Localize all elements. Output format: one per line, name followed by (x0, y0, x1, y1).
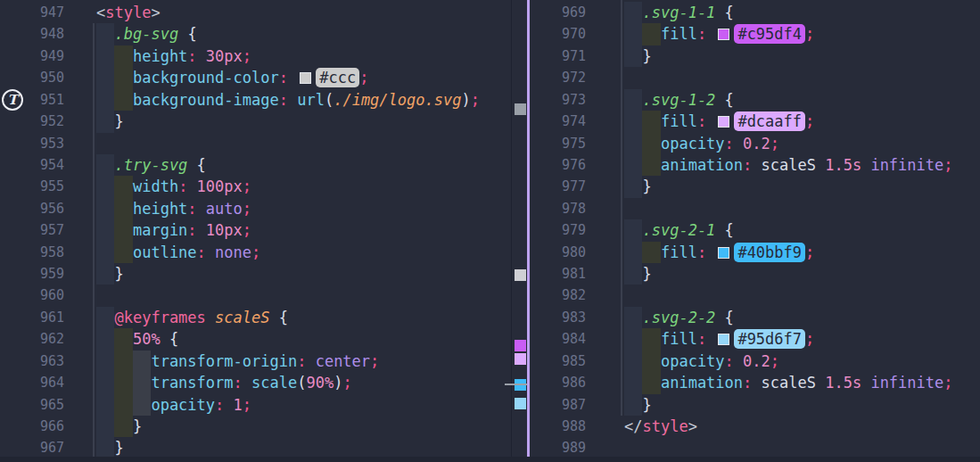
code-line[interactable]: 966} (0, 416, 512, 437)
editor-pane-right[interactable]: 969.svg-1-1 {970fill: #c95df4;971}972973… (530, 0, 980, 462)
line-number[interactable]: 980 (530, 242, 586, 263)
line-number[interactable]: 983 (530, 307, 586, 328)
line-number[interactable]: 960 (0, 285, 64, 306)
line-number[interactable]: 973 (530, 89, 586, 111)
line-number[interactable]: 963 (0, 351, 64, 372)
line-number[interactable]: 957 (0, 219, 64, 241)
code-line[interactable]: 951background-image: url(./img/logo.svg)… (0, 89, 512, 111)
code-line[interactable]: 949height: 30px; (0, 45, 512, 67)
overview-ruler[interactable] (512, 0, 527, 462)
line-number[interactable]: 971 (530, 45, 586, 67)
line-number[interactable]: 981 (530, 263, 586, 285)
line-number[interactable]: 955 (0, 176, 64, 197)
line-number[interactable]: 954 (0, 154, 64, 176)
line-number[interactable]: 949 (0, 45, 64, 67)
code-line[interactable]: 974fill: #dcaaff; (530, 111, 980, 132)
code-line[interactable]: 985opacity: 0.2; (530, 351, 980, 372)
line-number[interactable]: 974 (530, 111, 586, 132)
code-line[interactable]: 955width: 100px; (0, 176, 512, 197)
code-token: } (133, 417, 142, 435)
code-line[interactable]: 970fill: #c95df4; (530, 23, 980, 45)
color-swatch[interactable] (718, 334, 729, 345)
code-line[interactable]: 948.bg-svg { (0, 23, 512, 45)
editor-pane-left[interactable]: 947<style>948.bg-svg {949height: 30px;95… (0, 0, 512, 462)
code-line[interactable]: 96250% { (0, 328, 512, 350)
line-number[interactable]: 961 (0, 307, 64, 328)
color-swatch[interactable] (718, 116, 729, 128)
code-line[interactable]: 988</style> (530, 416, 980, 437)
indent-guide-block (96, 416, 114, 437)
code-line[interactable]: 960 (0, 285, 512, 306)
code-line[interactable]: 983.svg-2-2 { (530, 307, 980, 328)
line-number[interactable]: 984 (530, 328, 586, 350)
code-line[interactable]: 952} (0, 111, 512, 132)
code-line[interactable]: 971} (530, 45, 980, 67)
code-line[interactable]: 977} (530, 176, 980, 197)
code-token: 1.5s (816, 156, 861, 174)
line-number[interactable]: 959 (0, 263, 64, 285)
code-line[interactable]: 982 (530, 285, 980, 306)
ruler-color-mark (515, 103, 526, 115)
line-number[interactable]: 962 (0, 328, 64, 350)
indent-guide-block (114, 89, 132, 111)
line-number[interactable]: 986 (530, 372, 586, 393)
code-line[interactable]: 947<style> (0, 2, 512, 23)
code-line[interactable]: 979.svg-2-1 { (530, 219, 980, 241)
line-number[interactable]: 988 (530, 416, 586, 437)
line-number[interactable]: 947 (0, 2, 64, 23)
line-number[interactable]: 979 (530, 219, 586, 241)
code-line[interactable]: 987} (530, 394, 980, 416)
line-number[interactable]: 952 (0, 111, 64, 132)
line-number[interactable]: 966 (0, 416, 64, 437)
line-number[interactable]: 977 (530, 176, 586, 197)
color-swatch[interactable] (718, 29, 729, 40)
line-number[interactable]: 985 (530, 351, 586, 372)
indent-guide-block (133, 394, 151, 416)
code-line[interactable]: 964transform: scale(90%); (0, 372, 512, 393)
indent-guide-block (114, 45, 132, 67)
code-line[interactable]: 976animation: scaleS 1.5s infinite; (530, 154, 980, 176)
code-line[interactable]: 950background-color: #ccc; (0, 67, 512, 88)
code-line[interactable]: 984fill: #95d6f7; (530, 328, 980, 350)
code-line[interactable]: 954.try-svg { (0, 154, 512, 176)
line-number[interactable]: 956 (0, 198, 64, 219)
code-line[interactable]: 972 (530, 67, 980, 88)
code-token: 10px (197, 221, 243, 239)
code-line[interactable]: 958outline: none; (0, 242, 512, 263)
code-line[interactable]: 965opacity: 1; (0, 394, 512, 416)
code-content: } (586, 176, 652, 197)
code-token: : (697, 25, 706, 43)
line-number[interactable]: 969 (530, 2, 586, 23)
bookmark-icon[interactable]: T (2, 89, 23, 111)
line-number[interactable]: 965 (0, 394, 64, 416)
line-number[interactable]: 950 (0, 67, 64, 88)
line-number[interactable]: 972 (530, 67, 586, 88)
code-line[interactable]: 961@keyframes scaleS { (0, 307, 512, 328)
code-line[interactable]: 981} (530, 263, 980, 285)
code-line[interactable]: 973.svg-1-2 { (530, 89, 980, 111)
line-number[interactable]: 975 (530, 133, 586, 154)
line-number[interactable]: 948 (0, 23, 64, 45)
code-line[interactable]: 956height: auto; (0, 198, 512, 219)
line-number[interactable]: 976 (530, 154, 586, 176)
code-line[interactable]: 986animation: scaleS 1.5s infinite; (530, 372, 980, 393)
line-number[interactable]: 958 (0, 242, 64, 263)
line-number[interactable]: 987 (530, 394, 586, 416)
color-swatch[interactable] (300, 72, 311, 84)
code-line[interactable]: 978 (530, 198, 980, 219)
line-number[interactable]: 964 (0, 372, 64, 393)
code-token: : (279, 69, 288, 87)
code-line[interactable]: 969.svg-1-1 { (530, 2, 980, 23)
indent-guide-block (96, 23, 114, 45)
code-line[interactable]: 975opacity: 0.2; (530, 133, 980, 154)
line-number[interactable]: 953 (0, 133, 64, 154)
line-number[interactable]: 982 (530, 285, 586, 306)
code-line[interactable]: 959} (0, 263, 512, 285)
code-line[interactable]: 980fill: #40bbf9; (530, 242, 980, 263)
code-line[interactable]: 963transform-origin: center; (0, 351, 512, 372)
line-number[interactable]: 978 (530, 198, 586, 219)
line-number[interactable]: 970 (530, 23, 586, 45)
color-swatch[interactable] (718, 247, 729, 259)
code-line[interactable]: 957margin: 10px; (0, 219, 512, 241)
code-line[interactable]: 953 (0, 133, 512, 154)
